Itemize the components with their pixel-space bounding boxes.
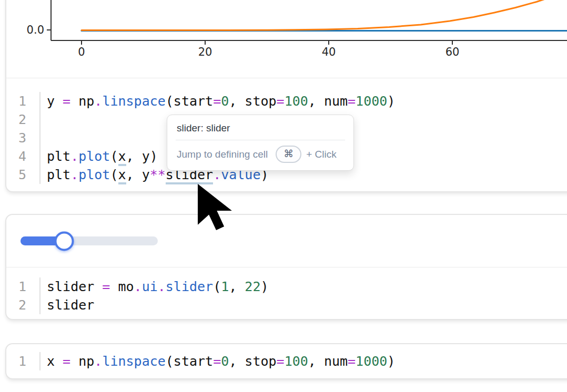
line-number: 2	[6, 110, 26, 129]
tooltip-footer: Jump to defining cell ⌘ + Click	[167, 140, 353, 170]
code-line[interactable]: x = np.linspace(start=0, stop=100, num=1…	[47, 352, 567, 370]
slider-output-area	[6, 215, 567, 267]
code-lines: x = np.linspace(start=0, stop=100, num=1…	[39, 352, 567, 370]
tooltip-variable-name: slider: slider	[167, 115, 353, 140]
cmd-key-badge: ⌘	[276, 146, 301, 163]
line-number: 2	[6, 296, 26, 314]
code-lines: slider = mo.ui.slider(1, 22)slider	[39, 277, 567, 314]
cell-x: 1 x = np.linspace(start=0, stop=100, num…	[5, 343, 567, 379]
tooltip-action-text: Jump to defining cell	[177, 149, 268, 160]
line-number: 3	[6, 129, 26, 147]
code-line[interactable]: y = np.linspace(start=0, stop=100, num=1…	[47, 92, 567, 110]
code-editor-x[interactable]: 1 x = np.linspace(start=0, stop=100, num…	[6, 344, 567, 378]
line-number-gutter: 1	[6, 352, 39, 370]
notebook-viewport: 12345 y = np.linspace(start=0, stop=100,…	[0, 0, 567, 392]
plot-output-area	[6, 0, 567, 78]
line-number-gutter: 12	[6, 277, 39, 314]
variable-underline-x[interactable]: x	[118, 167, 126, 184]
code-line[interactable]: slider = mo.ui.slider(1, 22)	[47, 277, 567, 296]
line-number: 4	[6, 147, 26, 166]
variable-tooltip: slider: slider Jump to defining cell ⌘ +…	[167, 115, 354, 171]
tooltip-click-hint: + Click	[306, 149, 337, 160]
line-number: 5	[6, 166, 26, 184]
code-editor-slider[interactable]: 12 slider = mo.ui.slider(1, 22)slider	[6, 267, 567, 319]
line-number: 1	[6, 92, 26, 110]
line-number: 1	[6, 277, 26, 296]
cell-slider: 12 slider = mo.ui.slider(1, 22)slider	[5, 214, 567, 320]
variable-underline-x[interactable]: x	[118, 149, 126, 166]
line-number-gutter: 12345	[6, 92, 39, 184]
line-number: 1	[6, 352, 26, 370]
slider-track[interactable]	[21, 236, 158, 245]
code-line[interactable]: slider	[47, 296, 567, 314]
slider-thumb[interactable]	[55, 231, 74, 251]
